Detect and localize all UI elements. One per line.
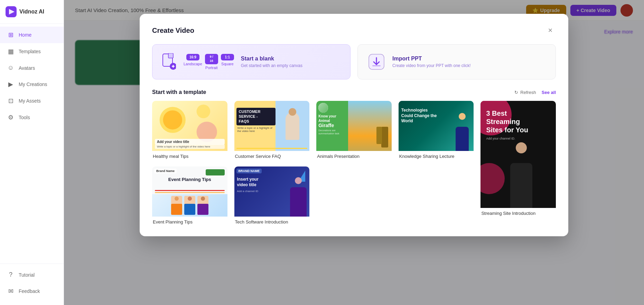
template-knowledge[interactable]: Brand Name TechnologiesCould Change theW…	[399, 101, 474, 160]
sidebar-item-tutorial-label: Tutorial	[19, 272, 35, 278]
thumb-tech: BRAND NAME Insert yourvideo title Add a …	[234, 166, 310, 217]
see-all-button[interactable]: See all	[542, 90, 556, 95]
refresh-label: Refresh	[520, 90, 536, 95]
svg-point-11	[163, 110, 182, 129]
main-area: Start AI Video Creation, 100% Free & Eff…	[64, 0, 644, 305]
sidebar-item-assets-label: My Assets	[19, 98, 41, 104]
create-options: 16:9 Landscape 9 /16 Portrait 1:1 Square	[152, 44, 556, 79]
thumb-customer-service: CUSTOMERSERVICE -FAQS Write a topic or a…	[234, 101, 310, 151]
sidebar-item-my-assets[interactable]: ⊡ My Assets	[0, 93, 64, 109]
section-actions: ↻ Refresh See all	[514, 90, 556, 95]
streaming-name: Streaming Site Introduction	[480, 208, 556, 217]
feedback-icon: ✉	[7, 287, 15, 295]
creations-icon: ▶	[7, 80, 15, 88]
dialog-header: Create Video ×	[152, 25, 556, 36]
import-card-text: Import PPT Create video from your PPT wi…	[392, 56, 546, 68]
svg-point-13	[197, 105, 211, 118]
sidebar-item-home-label: Home	[19, 32, 31, 38]
format-icons: 16:9 Landscape 9 /16 Portrait 1:1 Square	[184, 54, 234, 69]
template-animals[interactable]: Know your Animal Giraffe Decorations are…	[316, 101, 392, 160]
thumb-event-brand: Brand Name	[154, 169, 177, 173]
thumb-knowledge: Brand Name TechnologiesCould Change theW…	[399, 101, 474, 151]
template-customer-service[interactable]: CUSTOMERSERVICE -FAQS Write a topic or a…	[234, 101, 310, 160]
healthy-meal-name: Healthy meal Tips	[152, 151, 227, 160]
blank-card-subtitle: Get started with an empty canvas	[241, 63, 340, 68]
close-icon: ×	[548, 26, 553, 35]
sidebar-item-home[interactable]: ⊞ Home	[0, 27, 64, 43]
sidebar-item-templates-label: Templates	[19, 49, 41, 54]
sidebar-item-tools[interactable]: ⚙ Tools	[0, 109, 64, 126]
template-section-title: Start with a template	[152, 89, 206, 95]
import-ppt-card[interactable]: Import PPT Create video from your PPT wi…	[357, 44, 556, 79]
blank-card-title: Start a blank	[241, 56, 340, 62]
home-icon: ⊞	[7, 31, 15, 39]
thumb-animals: Know your Animal Giraffe Decorations are…	[316, 101, 392, 151]
logo-icon	[6, 6, 17, 17]
import-ppt-icon	[367, 53, 385, 71]
sidebar-item-templates[interactable]: ▦ Templates	[0, 43, 64, 60]
import-card-subtitle: Create video from your PPT with one clic…	[392, 63, 546, 68]
logo[interactable]: Vidnoz AI	[0, 0, 64, 24]
sidebar-item-feedback-label: Feedback	[19, 288, 40, 294]
tech-software-name: Tech Software Introduction	[234, 217, 310, 225]
portrait-label: Portrait	[205, 66, 217, 70]
thumb-event: Brand Name Event Planning Tips	[152, 166, 227, 217]
sidebar-item-tutorial[interactable]: ? Tutorial	[0, 267, 64, 283]
sidebar-item-avatars[interactable]: ☺ Avatars	[0, 60, 64, 76]
portrait-badge: 9 /16	[205, 54, 218, 64]
tools-icon: ⚙	[7, 114, 15, 121]
template-grid: Add your video title Write a topic or a …	[152, 101, 556, 225]
square-label: Square	[221, 62, 233, 66]
refresh-button[interactable]: ↻ Refresh	[514, 90, 536, 95]
templates-icon: ▦	[7, 48, 15, 55]
sidebar-item-tools-label: Tools	[19, 115, 30, 120]
modal-backdrop: Create Video ×	[64, 0, 644, 305]
thumb-healthy-meal: Add your video title Write a topic or a …	[152, 101, 227, 151]
customer-service-name: Customer Service FAQ	[234, 151, 310, 160]
svg-rect-9	[372, 65, 381, 66]
see-all-label: See all	[542, 90, 556, 95]
dialog-title: Create Video	[152, 27, 194, 35]
event-planning-name: Event Planning Tips	[152, 217, 227, 225]
start-blank-card[interactable]: 16:9 Landscape 9 /16 Portrait 1:1 Square	[152, 44, 351, 79]
animals-name: Animals Presentation	[316, 151, 392, 160]
avatars-icon: ☺	[7, 64, 15, 72]
template-section-header: Start with a template ↻ Refresh See all	[152, 89, 556, 95]
thumb-healthy-sub: Write a topic or a highlight of the vide…	[155, 144, 225, 149]
tutorial-icon: ?	[7, 271, 15, 278]
create-video-dialog: Create Video ×	[140, 14, 568, 236]
thumb-streaming: 3 BestStreamingSites for You Add your ch…	[480, 101, 556, 208]
svg-rect-4	[168, 53, 173, 58]
assets-icon: ⊡	[7, 97, 15, 105]
import-card-title: Import PPT	[392, 56, 546, 62]
nav: ⊞ Home ▦ Templates ☺ Avatars ▶ My Creati…	[0, 24, 64, 264]
sidebar-item-my-creations[interactable]: ▶ My Creations	[0, 76, 64, 93]
thumb-tech-brand: BRAND NAME	[236, 169, 262, 173]
square-format[interactable]: 1:1 Square	[221, 54, 234, 69]
thumb-healthy-title: Add your video title	[155, 139, 225, 145]
sidebar-item-feedback[interactable]: ✉ Feedback	[0, 283, 64, 299]
sidebar-item-avatars-label: Avatars	[19, 65, 35, 71]
blank-card-text: Start a blank Get started with an empty …	[241, 56, 340, 68]
sidebar: Vidnoz AI ⊞ Home ▦ Templates ☺ Avatars ▶…	[0, 0, 64, 305]
landscape-label: Landscape	[184, 62, 202, 66]
sidebar-bottom: ? Tutorial ✉ Feedback	[0, 264, 64, 305]
template-event-planning[interactable]: Brand Name Event Planning Tips	[152, 166, 227, 225]
square-badge: 1:1	[221, 54, 234, 60]
landscape-badge: 16:9	[186, 54, 199, 60]
app-name: Vidnoz AI	[19, 9, 44, 15]
blank-file-icon	[162, 53, 176, 70]
landscape-format[interactable]: 16:9 Landscape	[184, 54, 202, 69]
template-tech-software[interactable]: BRAND NAME Insert yourvideo title Add a …	[234, 166, 310, 225]
blank-icon-group: 16:9 Landscape 9 /16 Portrait 1:1 Square	[162, 53, 234, 70]
sidebar-item-creations-label: My Creations	[19, 82, 47, 87]
portrait-format[interactable]: 9 /16 Portrait	[205, 54, 218, 69]
refresh-icon: ↻	[514, 90, 518, 95]
template-streaming[interactable]: 3 BestStreamingSites for You Add your ch…	[480, 101, 556, 225]
template-healthy-meal[interactable]: Add your video title Write a topic or a …	[152, 101, 227, 160]
close-dialog-button[interactable]: ×	[545, 25, 556, 36]
knowledge-name: Knowledge Sharing Lecture	[399, 151, 474, 160]
